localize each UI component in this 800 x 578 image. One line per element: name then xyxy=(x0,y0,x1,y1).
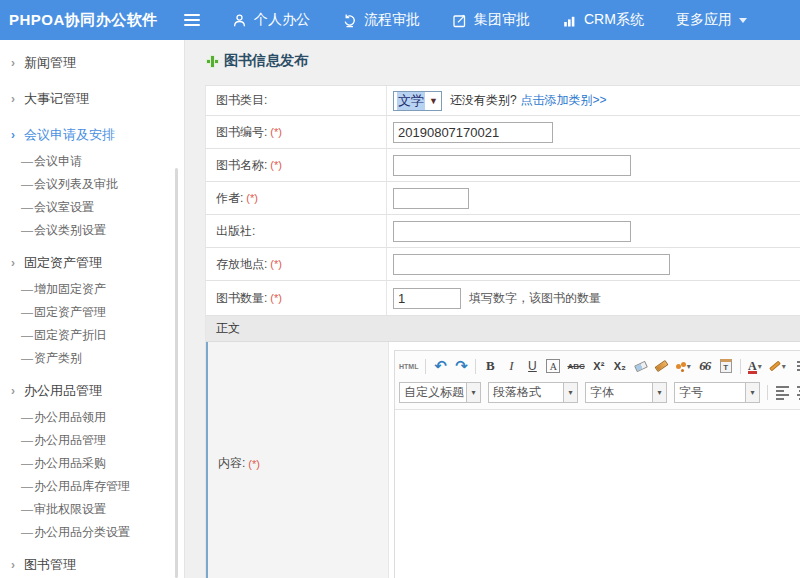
html-source-button[interactable]: HTML xyxy=(399,357,418,375)
ordered-list-button[interactable]: ▾ xyxy=(793,357,800,375)
sidebar-item-office-supplies-inventory[interactable]: —办公用品库存管理 xyxy=(0,475,184,498)
superscript-button[interactable]: X² xyxy=(592,357,606,375)
font-border-button[interactable]: A xyxy=(546,359,560,373)
sidebar-item-fixed-assets-depreciation[interactable]: —固定资产折旧 xyxy=(0,324,184,347)
field-label: 出版社: xyxy=(216,223,255,240)
format-brush-button[interactable] xyxy=(655,357,669,375)
sidebar-item-meeting-list-approval[interactable]: —会议列表及审批 xyxy=(0,173,184,196)
select-label: 段落格式 xyxy=(488,382,564,403)
sidebar-item-office-supplies-manage[interactable]: —办公用品管理 xyxy=(0,429,184,452)
publisher-input[interactable] xyxy=(393,221,631,242)
sidebar-item-office-supplies-purchase[interactable]: —办公用品采购 xyxy=(0,452,184,475)
dash-icon: — xyxy=(21,503,34,517)
blockquote-button[interactable]: 66 xyxy=(698,357,712,375)
row-book-name: 图书名称:(*) xyxy=(206,149,800,182)
row-publisher: 出版社: xyxy=(206,215,800,248)
undo-button[interactable]: ↶ xyxy=(433,357,447,375)
page-body: ›新闻管理 ›大事记管理 ›会议申请及安排 —会议申请 —会议列表及审批 —会议… xyxy=(0,40,800,578)
clipboard-icon: T xyxy=(720,359,732,373)
no-category-text: 还没有类别? xyxy=(450,92,517,109)
nav-crm-system[interactable]: CRM系统 xyxy=(562,11,644,29)
chevron-down-icon: ▾ xyxy=(782,362,786,371)
sidebar-item-book-management[interactable]: ›图书管理 xyxy=(0,550,184,578)
book-info-form: 图书类目: 文学 ▼ 还没有类别? 点击添加类别>> 图书编号:(*) 图书名称… xyxy=(205,85,800,578)
editor-content-area[interactable] xyxy=(395,410,800,578)
highlight-color-button[interactable]: ▾ xyxy=(769,357,786,375)
sidebar-item-office-supplies-claim[interactable]: —办公用品领用 xyxy=(0,406,184,429)
align-center-icon xyxy=(797,386,800,400)
chevron-right-icon: › xyxy=(11,56,24,70)
select-arrow-icon: ▼ xyxy=(429,96,438,106)
sidebar-item-meeting-category-settings[interactable]: —会议类别设置 xyxy=(0,219,184,242)
chevron-right-icon: › xyxy=(11,128,24,142)
toolbar-separator xyxy=(425,359,426,374)
bar-chart-icon xyxy=(562,13,577,28)
add-category-link[interactable]: 点击添加类别>> xyxy=(521,92,607,109)
sidebar-item-asset-category[interactable]: —资产类别 xyxy=(0,347,184,370)
spray-icon xyxy=(676,364,681,369)
italic-button[interactable]: I xyxy=(504,357,518,375)
subscript-button[interactable]: X₂ xyxy=(613,357,627,375)
custom-heading-select[interactable]: 自定义标题▾ xyxy=(399,382,481,403)
book-number-input[interactable] xyxy=(393,122,553,143)
sidebar-menu: ›新闻管理 ›大事记管理 ›会议申请及安排 —会议申请 —会议列表及审批 —会议… xyxy=(0,40,185,578)
field-label: 存放地点: xyxy=(216,256,267,273)
category-select[interactable]: 文学 ▼ xyxy=(393,91,442,111)
user-icon xyxy=(232,13,247,28)
sidebar-item-meeting-apply[interactable]: —会议申请 xyxy=(0,150,184,173)
sidebar-item-approval-permission-settings[interactable]: —审批权限设置 xyxy=(0,498,184,521)
nav-more-apps[interactable]: 更多应用 xyxy=(676,11,747,29)
page-title: 图书信息发布 xyxy=(205,52,800,70)
eraser-icon xyxy=(634,360,648,371)
dash-icon: — xyxy=(21,283,34,297)
sidebar-item-meeting-apply-arrange[interactable]: ›会议申请及安排 xyxy=(0,120,184,150)
strikethrough-button[interactable]: ABC xyxy=(567,357,584,375)
nav-group-approval[interactable]: 集团审批 xyxy=(452,11,530,29)
sidebar-item-fixed-assets-manage[interactable]: —固定资产管理 xyxy=(0,301,184,324)
quantity-input[interactable] xyxy=(393,288,461,309)
sidebar-item-meeting-room-settings[interactable]: —会议室设置 xyxy=(0,196,184,219)
sidebar-item-memorabilia-management[interactable]: ›大事记管理 xyxy=(0,84,184,114)
dash-icon: — xyxy=(21,329,34,343)
author-input[interactable] xyxy=(393,188,469,209)
rich-text-editor: HTML ↶ ↷ B I U A ABC X² xyxy=(394,350,800,578)
align-center-button[interactable] xyxy=(796,384,800,402)
paste-plain-button[interactable]: T xyxy=(719,357,733,375)
nav-process-approval[interactable]: 流程审批 xyxy=(342,11,420,29)
sidebar-item-fixed-assets-management[interactable]: ›固定资产管理 xyxy=(0,248,184,278)
eraser-button[interactable] xyxy=(634,357,648,375)
sidebar-item-label: 图书管理 xyxy=(24,556,76,574)
sidebar-item-office-supplies-category-settings[interactable]: —办公用品分类设置 xyxy=(0,521,184,544)
bold-button[interactable]: B xyxy=(483,357,497,375)
location-input[interactable] xyxy=(393,254,670,275)
required-marker: (*) xyxy=(270,126,282,138)
dash-icon: — xyxy=(21,480,34,494)
font-color-button[interactable]: A▾ xyxy=(748,357,762,375)
nav-personal-office[interactable]: 个人办公 xyxy=(232,11,310,29)
editor-toolbar: HTML ↶ ↷ B I U A ABC X² xyxy=(395,351,800,410)
redo-button[interactable]: ↷ xyxy=(454,357,468,375)
sidebar-scrollbar[interactable] xyxy=(175,168,178,578)
sidebar-item-label: 办公用品管理 xyxy=(24,382,102,400)
sidebar-item-news-management[interactable]: ›新闻管理 xyxy=(0,48,184,78)
book-name-input[interactable] xyxy=(393,155,631,176)
align-left-button[interactable] xyxy=(775,384,789,402)
required-marker: (*) xyxy=(248,458,260,470)
nav-label: 个人办公 xyxy=(254,11,310,29)
paragraph-format-select[interactable]: 段落格式▾ xyxy=(488,382,578,403)
font-size-select[interactable]: 字号▾ xyxy=(674,382,760,403)
chevron-down-icon: ▾ xyxy=(758,362,762,371)
hamburger-menu-icon[interactable] xyxy=(184,14,200,26)
underline-button[interactable]: U xyxy=(525,357,539,375)
sidebar-item-label: 办公用品领用 xyxy=(34,409,106,426)
field-label: 作者: xyxy=(216,190,243,207)
auto-typeset-button[interactable]: ▾ xyxy=(676,357,691,375)
font-family-select[interactable]: 字体▾ xyxy=(585,382,667,403)
sidebar-item-label: 办公用品管理 xyxy=(34,432,106,449)
sidebar-item-label: 会议类别设置 xyxy=(34,222,106,239)
sidebar-item-office-supplies-management[interactable]: ›办公用品管理 xyxy=(0,376,184,406)
field-label: 图书类目: xyxy=(216,92,267,109)
chevron-down-icon: ▾ xyxy=(746,382,760,403)
required-marker: (*) xyxy=(246,192,258,204)
sidebar-item-add-fixed-asset[interactable]: —增加固定资产 xyxy=(0,278,184,301)
